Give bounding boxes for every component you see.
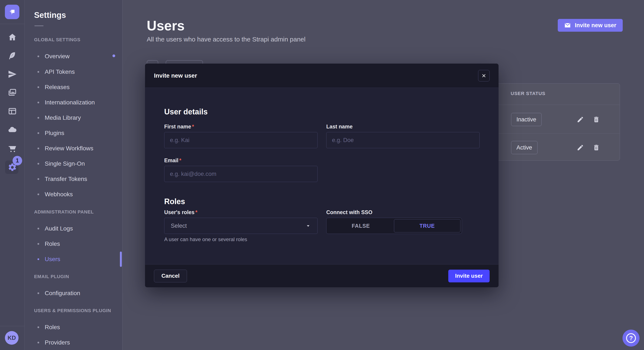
settings-sidebar-title: Settings (34, 11, 66, 20)
required-mark: * (192, 124, 194, 130)
sidebar-item-audit-logs[interactable]: Audit Logs (34, 224, 73, 233)
delete-user-button[interactable] (592, 115, 601, 124)
edit-user-button[interactable] (576, 143, 585, 152)
sidebar-item-media-library[interactable] (0, 86, 24, 99)
first-name-label: First name* (164, 124, 194, 130)
bullet-icon (38, 193, 39, 195)
sidebar-item-single-sign-on[interactable]: Single Sign-On (34, 160, 85, 168)
settings-notification-badge: 1 (12, 156, 22, 166)
sso-false-option[interactable]: FALSE (328, 219, 394, 232)
sidebar-item-deploy[interactable] (0, 68, 24, 81)
modal-header: Invite new user (145, 64, 498, 88)
sidebar-item-overview[interactable]: Overview (34, 52, 70, 61)
sidebar-item-content-type-builder[interactable] (0, 49, 24, 62)
section-global-settings: GLOBAL SETTINGS (34, 37, 80, 42)
email-label: Email* (164, 157, 181, 164)
sso-toggle: FALSE TRUE (326, 218, 462, 234)
overview-notification-dot (112, 54, 115, 57)
trash-icon (593, 144, 600, 151)
status-badge: Active (511, 141, 538, 154)
column-header-user-status: USER STATUS (511, 91, 546, 96)
section-administration-panel: ADMINISTRATION PANEL (34, 209, 94, 215)
layout-icon (8, 107, 17, 116)
email-input[interactable] (164, 166, 318, 182)
sidebar-item-review-workflows[interactable]: Review Workflows (34, 144, 93, 153)
bullet-icon (38, 342, 39, 344)
bullet-icon (38, 326, 39, 328)
bullet-icon (38, 148, 39, 149)
last-name-label: Last name (326, 124, 353, 130)
sidebar-item-content-manager[interactable] (0, 105, 24, 118)
bullet-icon (38, 178, 39, 180)
first-name-input[interactable] (164, 132, 318, 148)
edit-user-button[interactable] (576, 115, 585, 124)
pencil-icon (577, 144, 584, 151)
help-button[interactable]: ? (622, 330, 640, 347)
rail-bottom-divider (0, 326, 24, 326)
roles-select[interactable]: Select (164, 218, 318, 234)
delete-user-button[interactable] (592, 143, 601, 152)
sidebar-item-media-library[interactable]: Media Library (34, 114, 81, 122)
sidebar-item-home[interactable] (0, 31, 24, 44)
sidebar-item-configuration[interactable]: Configuration (34, 289, 80, 298)
title-underline (34, 25, 44, 26)
bullet-icon (38, 228, 39, 229)
sidebar-item-webhooks[interactable]: Webhooks (34, 190, 73, 199)
bullet-icon (38, 258, 39, 260)
sidebar-item-api-tokens[interactable]: API Tokens (34, 68, 75, 76)
pencil-icon (577, 116, 584, 123)
page-subtitle: All the users who have access to the Str… (147, 36, 306, 43)
sidebar-item-marketplace[interactable] (0, 142, 24, 155)
roles-heading: Roles (164, 197, 185, 206)
sidebar-item-internationalization[interactable]: Internationalization (34, 98, 95, 107)
strapi-logo[interactable] (5, 5, 20, 19)
question-mark-icon: ? (626, 333, 636, 343)
rail-divider (0, 24, 24, 24)
roles-select-value: Select (171, 223, 187, 229)
status-badge: Inactive (511, 113, 542, 126)
feather-icon (8, 51, 17, 60)
sidebar-item-releases[interactable]: Releases (34, 83, 70, 91)
sidebar-item-providers[interactable]: Providers (34, 338, 70, 347)
section-email-plugin: EMAIL PLUGIN (34, 274, 69, 279)
invite-new-user-button[interactable]: Invite new user (558, 19, 623, 32)
users-roles-label: User's roles* (164, 209, 198, 215)
sso-label: Connect with SSO (326, 209, 372, 215)
invite-user-modal: Invite new user User details First name*… (145, 64, 498, 287)
roles-hint: A user can have one or several roles (164, 236, 247, 242)
cancel-button[interactable]: Cancel (154, 270, 187, 282)
images-icon (8, 88, 17, 97)
sidebar-item-admin-roles[interactable]: Roles (34, 240, 60, 248)
invite-user-submit-button[interactable]: Invite user (448, 270, 490, 282)
user-avatar[interactable]: KD (5, 331, 18, 345)
sidebar-item-users[interactable]: Users (34, 255, 60, 263)
last-name-input[interactable] (326, 132, 480, 148)
bullet-icon (38, 132, 39, 134)
sidebar-item-cloud[interactable] (0, 123, 24, 136)
bullet-icon (38, 102, 39, 103)
main-nav-rail: 1 KD (0, 0, 24, 350)
home-icon (8, 32, 17, 42)
bullet-icon (38, 71, 39, 73)
sidebar-item-plugins[interactable]: Plugins (34, 129, 64, 137)
bullet-icon (38, 86, 39, 88)
sidebar-item-up-roles[interactable]: Roles (34, 323, 60, 332)
strapi-logo-icon (8, 7, 17, 16)
sidebar-item-transfer-tokens[interactable]: Transfer Tokens (34, 175, 87, 183)
required-mark: * (195, 209, 198, 215)
bullet-icon (38, 243, 39, 245)
close-modal-button[interactable] (478, 70, 490, 81)
bullet-icon (38, 292, 39, 294)
sidebar-scrollbar[interactable] (120, 252, 122, 267)
chevron-down-icon (306, 223, 311, 229)
page-title: Users (147, 18, 185, 34)
sso-true-option[interactable]: TRUE (394, 219, 461, 232)
section-users-permissions-plugin: USERS & PERMISSIONS PLUGIN (34, 308, 111, 313)
close-icon (481, 73, 486, 78)
cart-icon (8, 144, 17, 153)
user-details-heading: User details (164, 107, 208, 116)
modal-footer: Cancel Invite user (145, 264, 498, 287)
bullet-icon (38, 163, 39, 165)
required-mark: * (179, 157, 182, 163)
envelope-icon (564, 22, 571, 29)
